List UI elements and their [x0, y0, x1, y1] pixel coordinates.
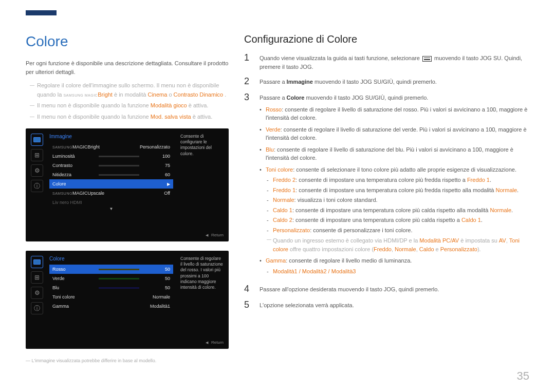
toni-hdmi-note: Quando un ingresso esterno è collegato v… [266, 236, 529, 253]
option-toni-colore: Toni colore: consente di selezionare il … [260, 165, 529, 254]
osd-nav-info-icon: ⓘ [31, 180, 43, 192]
step-number: 3 [244, 92, 252, 278]
osd-row-verde: Verde 50 [49, 274, 173, 283]
chevron-down-icon: ▼ [109, 207, 114, 211]
step-2: 2 Passare a Immagine muovendo il tasto J… [244, 76, 529, 87]
step-number: 2 [244, 76, 252, 87]
left-column: Colore Per ogni funzione è disponibile u… [26, 33, 229, 363]
section-title: Configurazione di Colore [244, 33, 529, 45]
option-rosso: Rosso: consente di regolare il livello d… [260, 105, 529, 122]
gamma-modes: Modalità1 / Modalità2 / Modalità3 [266, 267, 529, 276]
intro-text: Per ogni funzione è disponibile una desc… [26, 59, 229, 76]
osd-row-contrasto: Contrasto 75 [49, 161, 173, 170]
toni-freddo1: Freddo 1: consente di impostare una temp… [266, 186, 529, 195]
toni-caldo2: Caldo 2: consente di impostare una tempe… [266, 216, 529, 225]
osd-colore-screenshot: ⊞ ⚙ ⓘ Colore Rosso 50 Verde 50 [26, 251, 229, 349]
image-disclaimer: L'immagine visualizzata potrebbe differi… [26, 358, 229, 363]
osd-row-blu: Blu 50 [49, 283, 173, 292]
osd-immagine-screenshot: ⊞ ⚙ ⓘ Immagine SAMSUNGMAGICBright Person… [26, 128, 229, 241]
header-accent-bar [26, 10, 57, 15]
osd-menu-list: Colore Rosso 50 Verde 50 Blu 50 [49, 256, 173, 314]
osd-title: Immagine [49, 134, 173, 139]
toni-personalizzato: Personalizzato: consente di personalizza… [266, 226, 529, 235]
osd-nav-info-icon: ⓘ [31, 302, 43, 314]
toni-sublist: Freddo 2: consente di impostare una temp… [266, 176, 529, 234]
step-1: 1 Quando viene visualizzata la guida ai … [244, 52, 529, 71]
note-3: Il menu non è disponibile quando la funz… [30, 113, 229, 122]
right-column: Configurazione di Colore 1 Quando viene … [244, 33, 529, 363]
osd-title: Colore [49, 256, 173, 262]
step-3: 3 Passare a Colore muovendo il tasto JOG… [244, 92, 529, 278]
page-number: 35 [517, 369, 529, 383]
osd-row-magicupscale: SAMSUNGMAGICUpscale Off [49, 189, 173, 198]
page-columns: Colore Per ogni funzione è disponibile u… [26, 33, 529, 363]
osd-nav-picture-icon [31, 134, 43, 146]
toni-normale: Normale: visualizza i toni colore standa… [266, 196, 529, 204]
option-gamma: Gamma: consente di regolare il livello m… [260, 256, 529, 275]
chevron-right-icon: ▶ [167, 182, 170, 186]
note-2: Il menu non è disponibile quando la funz… [30, 101, 229, 110]
osd-return-hint: ◀ Return [31, 233, 224, 237]
osd-row-toni-colore: Toni colore Normale [49, 292, 173, 302]
step-5: 5 L'opzione selezionata verrà applicata. [244, 300, 529, 310]
toni-freddo2: Freddo 2: consente di impostare una temp… [266, 176, 529, 184]
color-options-list: Rosso: consente di regolare il livello d… [260, 105, 529, 276]
osd-nav-settings1-icon: ⊞ [31, 271, 43, 284]
osd-description: Consente di configurare le impostazioni … [177, 134, 224, 207]
osd-row-nitidezza: Nitidezza 60 [49, 170, 173, 179]
osd-return-hint: ◀ Return [31, 340, 224, 345]
toni-note: Quando un ingresso esterno è collegato v… [266, 236, 529, 253]
option-blu: Blu: consente di regolare il livello di … [260, 145, 529, 162]
osd-nav-picture-icon [31, 256, 43, 268]
step-number: 5 [244, 300, 252, 310]
osd-sidebar: ⊞ ⚙ ⓘ [31, 134, 45, 207]
osd-row-luminosita: Luminosità 100 [49, 152, 173, 161]
osd-row-liv-nero-hdmi: Liv nero HDMI ▼ [49, 198, 173, 207]
availability-notes: Regolare il colore dell'immagine sullo s… [30, 81, 229, 121]
return-arrow-icon: ◀ [206, 233, 208, 237]
osd-row-rosso-selected: Rosso 50 [49, 265, 173, 274]
toni-caldo1: Caldo 1: consente di impostare una tempe… [266, 206, 529, 215]
osd-row-magicbright: SAMSUNGMAGICBright Personalizzato [49, 142, 173, 152]
osd-row-gamma: Gamma Modalità1 [49, 302, 173, 311]
steps-list: 1 Quando viene visualizzata la guida ai … [244, 52, 529, 310]
osd-sidebar: ⊞ ⚙ ⓘ [31, 256, 45, 314]
step-number: 1 [244, 52, 252, 71]
osd-nav-settings2-icon: ⚙ [31, 287, 43, 299]
osd-nav-settings2-icon: ⚙ [31, 164, 43, 177]
step-4: 4 Passare all'opzione desiderata muovend… [244, 284, 529, 294]
osd-nav-settings1-icon: ⊞ [31, 149, 43, 161]
osd-row-colore-selected: Colore ▶ [49, 179, 173, 189]
page-title-colore: Colore [26, 33, 229, 50]
gamma-sublist: Modalità1 / Modalità2 / Modalità3 [266, 267, 529, 276]
osd-menu-list: Immagine SAMSUNGMAGICBright Personalizza… [49, 134, 173, 207]
osd-description: Consente di regolare il livello di satur… [177, 256, 224, 314]
option-verde: Verde: consente di regolare il livello d… [260, 125, 529, 142]
menu-icon [422, 56, 432, 62]
note-1: Regolare il colore dell'immagine sullo s… [30, 81, 229, 99]
return-arrow-icon: ◀ [206, 341, 208, 344]
step-number: 4 [244, 284, 252, 294]
